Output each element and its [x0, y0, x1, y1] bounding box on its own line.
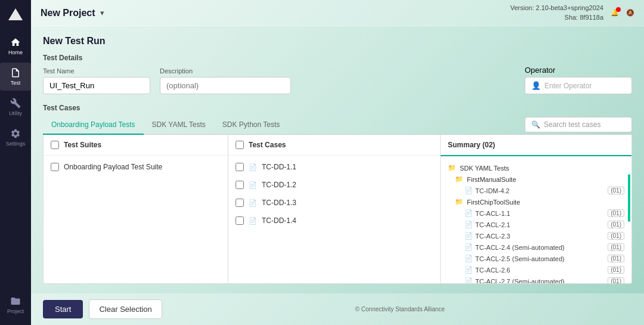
description-group: Description — [160, 67, 291, 94]
project-title: New Project — [41, 8, 95, 18]
summary-item: 📄TC-ACL-2.7 (Semi-automated) (01) — [455, 276, 624, 283]
summary-item: 📄TC-ACL-2.4 (Semi-automated) (01) — [455, 242, 624, 253]
operator-placeholder: Enter Operator — [544, 82, 592, 90]
list-item[interactable]: 📄 TC-DD-1.4 — [228, 212, 440, 230]
summary-badge: (01) — [608, 243, 624, 251]
list-item[interactable]: 📄 TC-DD-1.1 — [228, 158, 440, 176]
case-checkbox[interactable] — [236, 216, 244, 225]
test-cases-label: Test Cases — [43, 104, 632, 112]
main-area: New Project ▾ Version: 2.10-beta3+spring… — [31, 0, 644, 325]
summary-item: 📄TC-ACL-2.5 (Semi-automated) (01) — [455, 253, 624, 264]
summary-badge: (01) — [608, 255, 624, 262]
notification-badge — [616, 7, 621, 12]
suite-checkbox[interactable] — [51, 163, 59, 171]
sidebar-item-test[interactable]: Test — [0, 63, 31, 91]
suites-select-all-checkbox[interactable] — [51, 141, 59, 149]
test-details-label: Test Details — [43, 54, 632, 62]
case-label: TC-DD-1.2 — [262, 181, 296, 189]
summary-subgroup-title: 📁 FirstChipToolSuite — [455, 196, 624, 208]
footer: Start Clear Selection © Connectivity Sta… — [31, 293, 644, 325]
test-cases-section: Test Cases Onboarding Payload Tests SDK … — [43, 104, 632, 284]
summary-header: Summary (02) — [441, 135, 631, 156]
settings-bell-icon[interactable]: 🔕 — [626, 9, 634, 17]
case-label: TC-DD-1.3 — [262, 199, 296, 207]
panels: Test Suites Onboarding Payload Test Suit… — [43, 135, 632, 284]
file-icon: 📄 — [465, 266, 473, 274]
case-label: TC-DD-1.1 — [262, 163, 296, 171]
sidebar-item-project[interactable]: Project — [0, 291, 31, 319]
panel-cases: Test Cases 📄 TC-DD-1.1 📄 TC-DD-1.2 — [228, 135, 441, 283]
folder-icon: 📄 — [249, 181, 257, 189]
search-box[interactable]: 🔍 Search test cases — [525, 117, 632, 132]
topbar: New Project ▾ Version: 2.10-beta3+spring… — [31, 0, 644, 26]
scrollbar[interactable] — [628, 174, 630, 222]
notification-bell-icon[interactable]: 🔔 — [611, 9, 619, 17]
test-name-input[interactable] — [43, 77, 150, 94]
search-icon: 🔍 — [531, 120, 540, 129]
summary-item: 📄TC-ACL-2.3 (01) — [455, 230, 624, 242]
svg-marker-0 — [8, 8, 23, 20]
topbar-right: Version: 2.10-beta3+spring2024 Sha: 8f91… — [510, 4, 634, 22]
panel-suites: Test Suites Onboarding Payload Test Suit… — [44, 135, 228, 283]
tab-onboarding[interactable]: Onboarding Payload Tests — [43, 116, 144, 135]
summary-badge: (01) — [608, 232, 624, 240]
folder-icon: 📁 — [455, 175, 463, 183]
chevron-down-icon[interactable]: ▾ — [100, 8, 104, 17]
cases-header: Test Cases — [228, 135, 440, 156]
description-label: Description — [160, 67, 291, 75]
sidebar-item-settings[interactable]: Settings — [0, 123, 31, 151]
summary-group-title: 📁 SDK YAML Tests — [448, 162, 624, 174]
folder-icon: 📄 — [249, 217, 257, 225]
test-name-group: Test Name — [43, 67, 150, 94]
search-placeholder: Search test cases — [544, 120, 600, 129]
start-button[interactable]: Start — [43, 300, 83, 318]
case-checkbox[interactable] — [236, 199, 244, 207]
summary-badge: (01) — [608, 221, 624, 228]
sidebar-item-home[interactable]: Home — [0, 32, 31, 60]
cases-body: 📄 TC-DD-1.1 📄 TC-DD-1.2 📄 TC-DD-1.3 — [228, 156, 440, 283]
file-icon: 📄 — [465, 243, 473, 251]
folder-icon: 📁 — [448, 164, 456, 172]
suites-header: Test Suites — [44, 135, 228, 156]
summary-badge: (01) — [608, 277, 624, 283]
folder-icon: 📄 — [249, 163, 257, 171]
sidebar-item-utility[interactable]: Utility — [0, 93, 31, 121]
file-icon: 📄 — [465, 221, 473, 228]
version-info: Version: 2.10-beta3+spring2024 Sha: 8f91… — [510, 4, 603, 22]
list-item[interactable]: 📄 TC-DD-1.3 — [228, 194, 440, 212]
tab-sdk-python[interactable]: SDK Python Tests — [214, 116, 289, 135]
case-checkbox[interactable] — [236, 181, 244, 189]
topbar-left: New Project ▾ — [41, 8, 104, 18]
file-icon: 📄 — [465, 232, 473, 240]
description-input[interactable] — [160, 77, 291, 94]
file-icon: 📄 — [465, 277, 473, 283]
panel-summary: Summary (02) 📁 SDK YAML Tests 📁 — [441, 135, 631, 283]
summary-badge: (01) — [608, 187, 624, 194]
page-title: New Test Run — [43, 36, 632, 47]
summary-item: 📄TC-ACL-2.1 (01) — [455, 219, 624, 230]
folder-icon: 📄 — [249, 199, 257, 207]
operator-label: Operator — [525, 66, 632, 75]
summary-badge: (01) — [608, 209, 624, 217]
clear-selection-button[interactable]: Clear Selection — [89, 299, 162, 319]
list-item[interactable]: 📄 TC-DD-1.2 — [228, 176, 440, 194]
summary-group: 📁 SDK YAML Tests 📁 FirstManualSuite — [441, 160, 631, 283]
file-icon: 📄 — [465, 187, 473, 194]
case-label: TC-DD-1.4 — [262, 216, 296, 225]
case-checkbox[interactable] — [236, 163, 244, 171]
file-icon: 📄 — [465, 255, 473, 262]
summary-item: 📄TC-ACL-2.6 (01) — [455, 264, 624, 276]
cases-select-all-checkbox[interactable] — [236, 141, 244, 149]
content-area: New Test Run Test Details Test Name Desc… — [31, 26, 644, 293]
list-item[interactable]: Onboarding Payload Test Suite — [44, 158, 228, 176]
file-icon: 📄 — [465, 209, 473, 217]
summary-body: 📁 SDK YAML Tests 📁 FirstManualSuite — [441, 156, 631, 283]
folder-icon: 📁 — [455, 198, 463, 206]
summary-sub-group: 📁 FirstManualSuite 📄 TC-IDM-4.2 (01) — [448, 174, 624, 196]
operator-group: Operator 👤 Enter Operator — [525, 66, 632, 94]
suite-label: Onboarding Payload Test Suite — [64, 163, 162, 171]
operator-input[interactable]: 👤 Enter Operator — [525, 77, 632, 94]
summary-subgroup-title: 📁 FirstManualSuite — [455, 174, 624, 185]
tab-sdk-yaml[interactable]: SDK YAML Tests — [144, 116, 214, 135]
topbar-icons: 🔔 🔕 — [611, 9, 634, 17]
